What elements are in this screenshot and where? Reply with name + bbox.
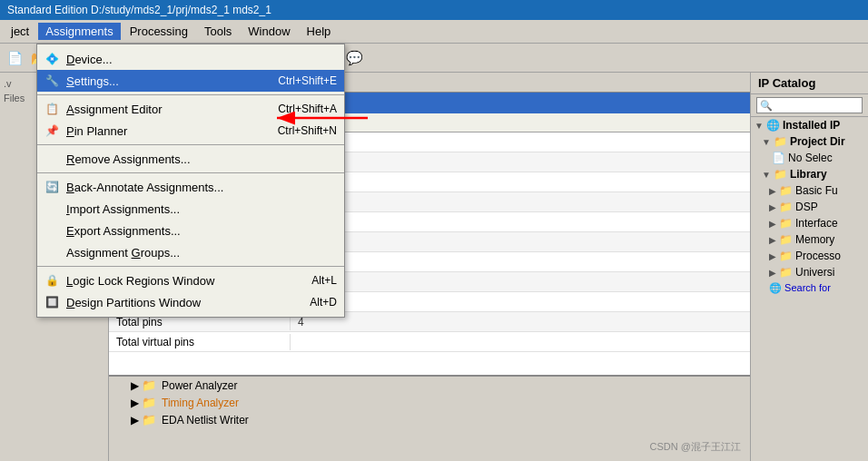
ip-tree-item[interactable]: ▶ 📁 Processo bbox=[751, 248, 868, 264]
tree-item-label: Universi bbox=[795, 266, 834, 279]
tree-item-label: Basic Fu bbox=[795, 184, 838, 197]
tree-item-label: No Selec bbox=[788, 152, 833, 164]
tree-arrow: ▶ bbox=[769, 268, 776, 278]
tasks-panel-item[interactable]: ▶ 📁 Timing Analyzer bbox=[109, 394, 750, 411]
empty-icon bbox=[44, 245, 59, 260]
assignment-editor-icon: 📋 bbox=[44, 102, 59, 116]
tasks-arrow: ▶ bbox=[131, 379, 136, 392]
ip-tree-item[interactable]: 📄 No Selec bbox=[751, 150, 868, 166]
tree-arrow: ▼ bbox=[762, 170, 771, 180]
empty-icon bbox=[44, 201, 59, 216]
ip-tree-item[interactable]: ▶ 📁 Memory bbox=[751, 231, 868, 248]
title-text: Standard Edition D:/study/mds2_1/prj/mds… bbox=[7, 4, 271, 16]
dropdown-item-label: Device... bbox=[66, 53, 113, 66]
menu-item-window[interactable]: Window bbox=[241, 23, 297, 40]
dropdown-item-label: Assignment Groups... bbox=[66, 246, 180, 260]
tree-item-label: Interface bbox=[795, 217, 838, 230]
dropdown-item-shortcut: Alt+D bbox=[310, 296, 337, 309]
ip-catalog-search[interactable] bbox=[751, 94, 868, 117]
ip-catalog-panel: IP Catalog ▼ 🌐 Installed IP ▼ 📁 Project … bbox=[750, 73, 868, 461]
tasks-panel-item[interactable]: ▶ 📁 Power Analyzer bbox=[109, 377, 750, 394]
tree-arrow: ▼ bbox=[755, 121, 764, 131]
tree-item-label: DSP bbox=[795, 201, 818, 213]
menu-item-processing[interactable]: Processing bbox=[123, 23, 195, 40]
tree-item-label: Project Dir bbox=[790, 135, 845, 148]
ip-catalog-header: IP Catalog bbox=[751, 73, 868, 94]
empty-icon bbox=[44, 152, 59, 166]
dropdown-menu-item[interactable]: 💠 Device... bbox=[37, 48, 344, 70]
tasks-folder-icon: 📁 bbox=[142, 396, 156, 409]
ip-tree-item[interactable]: ▶ 📁 Interface bbox=[751, 215, 868, 231]
tasks-folder-icon: 📁 bbox=[142, 378, 156, 392]
ip-tree-item[interactable]: ▶ 📁 Basic Fu bbox=[751, 182, 868, 199]
ip-tree-item[interactable]: ▶ 📁 DSP bbox=[751, 199, 868, 215]
ip-tree: ▼ 🌐 Installed IP ▼ 📁 Project Dir 📄 No Se… bbox=[751, 117, 868, 280]
dropdown-item-shortcut: Ctrl+Shift+E bbox=[278, 74, 337, 87]
dropdown-item-shortcut: Ctrl+Shift+A bbox=[278, 103, 337, 115]
tasks-panel-item[interactable]: ▶ 📁 EDA Netlist Writer bbox=[109, 411, 750, 428]
menu-item-tools[interactable]: Tools bbox=[197, 23, 239, 40]
dropdown-item-shortcut: Ctrl+Shift+N bbox=[278, 124, 337, 137]
dropdown-item-label: Settings... bbox=[66, 74, 119, 88]
tree-arrow: ▶ bbox=[769, 219, 776, 229]
dropdown-item-label: Export Assignments... bbox=[66, 224, 181, 238]
flow-cell-label: Total virtual pins bbox=[109, 334, 291, 350]
dropdown-item-label: Assignment Editor bbox=[66, 103, 163, 116]
dropdown-separator bbox=[37, 144, 344, 145]
dropdown-item-label: Logic Lock Regions Window bbox=[66, 274, 214, 288]
menu-bar: ject Assignments Processing Tools Window… bbox=[0, 20, 868, 44]
tree-arrow: ▶ bbox=[769, 202, 776, 212]
dropdown-item-shortcut: Alt+L bbox=[311, 274, 337, 287]
tasks-folder-icon: 📁 bbox=[142, 413, 156, 427]
toolbar-btn-msg[interactable]: 💬 bbox=[343, 47, 365, 69]
dropdown-separator bbox=[37, 266, 344, 267]
table-row: Total virtual pins bbox=[109, 332, 750, 352]
menu-item-assignments[interactable]: Assignments bbox=[38, 23, 120, 40]
dropdown-menu-item[interactable]: 📌 Pin Planner Ctrl+Shift+N bbox=[37, 120, 344, 142]
ip-catalog-search-input[interactable] bbox=[756, 97, 863, 113]
dropdown-menu-item[interactable]: 📋 Assignment Editor Ctrl+Shift+A bbox=[37, 98, 344, 120]
pin-planner-icon: 📌 bbox=[44, 123, 59, 138]
tree-item-label: Installed IP bbox=[783, 119, 840, 132]
menu-item-project[interactable]: ject bbox=[4, 23, 36, 40]
tree-arrow: ▶ bbox=[769, 235, 776, 245]
tasks-arrow: ▶ bbox=[131, 414, 136, 427]
dropdown-menu-item[interactable]: 🔧 Settings... Ctrl+Shift+E bbox=[37, 70, 344, 92]
dropdown-menu-item[interactable]: Import Assignments... bbox=[37, 198, 344, 220]
ip-catalog-search-link[interactable]: 🌐 Search for bbox=[751, 280, 868, 296]
tree-item-label: Processo bbox=[795, 250, 841, 262]
menu-item-help[interactable]: Help bbox=[300, 23, 339, 40]
dropdown-menu-item[interactable]: Assignment Groups... bbox=[37, 241, 344, 263]
logic-lock-icon: 🔒 bbox=[44, 273, 59, 288]
dropdown-item-label: Back-Annotate Assignments... bbox=[66, 181, 223, 194]
tree-item-label: Memory bbox=[795, 233, 834, 246]
dropdown-menu-item[interactable]: Export Assignments... bbox=[37, 220, 344, 241]
ip-tree-item[interactable]: ▼ 📁 Library bbox=[751, 166, 868, 182]
tree-item-label: Library bbox=[790, 168, 827, 181]
dropdown-menu-item[interactable]: Remove Assignments... bbox=[37, 148, 344, 170]
toolbar-btn-new[interactable]: 📄 bbox=[4, 47, 25, 69]
tasks-item-label: Power Analyzer bbox=[162, 379, 237, 392]
empty-icon bbox=[44, 223, 59, 238]
dropdown-menu-item[interactable]: 🔒 Logic Lock Regions Window Alt+L bbox=[37, 270, 344, 291]
tree-arrow: ▶ bbox=[769, 186, 776, 196]
device-icon: 💠 bbox=[44, 52, 59, 66]
dropdown-item-label: Design Partitions Window bbox=[66, 296, 201, 309]
ip-tree-item[interactable]: ▼ 📁 Project Dir bbox=[751, 133, 868, 150]
dropdown-item-label: Pin Planner bbox=[66, 124, 127, 138]
tree-arrow: ▼ bbox=[762, 137, 771, 147]
watermark: CSDN @混子王江江 bbox=[650, 440, 741, 454]
dropdown-menu-item[interactable]: 🔲 Design Partitions Window Alt+D bbox=[37, 291, 344, 313]
dropdown-item-label: Remove Assignments... bbox=[66, 152, 191, 166]
ip-tree-item[interactable]: ▼ 🌐 Installed IP bbox=[751, 117, 868, 133]
dropdown-separator bbox=[37, 172, 344, 173]
dropdown-item-label: Import Assignments... bbox=[66, 202, 180, 216]
ip-tree-item[interactable]: ▶ 📁 Universi bbox=[751, 264, 868, 280]
dropdown-menu-item[interactable]: 🔄 Back-Annotate Assignments... bbox=[37, 176, 344, 198]
flow-cell-value bbox=[291, 340, 305, 344]
tasks-arrow: ▶ bbox=[131, 397, 136, 409]
design-partitions-icon: 🔲 bbox=[44, 295, 59, 309]
back-annotate-icon: 🔄 bbox=[44, 180, 59, 194]
tree-arrow: ▶ bbox=[769, 251, 776, 261]
tasks-item-label: Timing Analyzer bbox=[162, 397, 239, 409]
